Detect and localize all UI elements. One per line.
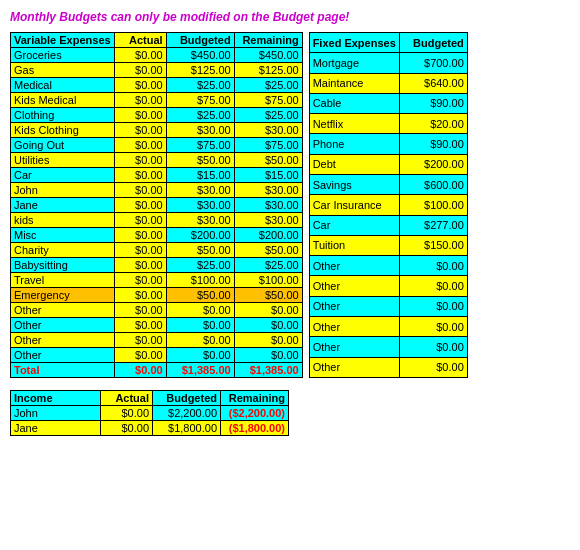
var-row-remaining: $0.00 — [234, 318, 302, 333]
var-row: Gas $0.00 $125.00 $125.00 — [11, 63, 303, 78]
fix-row: Maintance $640.00 — [309, 73, 467, 93]
var-total-row: Total $0.00 $1,385.00 $1,385.00 — [11, 363, 303, 378]
var-row-budgeted: $30.00 — [166, 183, 234, 198]
var-row-remaining: $25.00 — [234, 108, 302, 123]
var-row-actual: $0.00 — [114, 108, 166, 123]
var-row-remaining: $15.00 — [234, 168, 302, 183]
var-row-remaining: $125.00 — [234, 63, 302, 78]
var-header-row: Variable Expenses Actual Budgeted Remain… — [11, 33, 303, 48]
var-row: Medical $0.00 $25.00 $25.00 — [11, 78, 303, 93]
income-table: Income Actual Budgeted Remaining John $0… — [10, 390, 289, 436]
var-row: Groceries $0.00 $450.00 $450.00 — [11, 48, 303, 63]
var-row-remaining: $100.00 — [234, 273, 302, 288]
var-row-name: Other — [11, 318, 115, 333]
var-row-remaining: $75.00 — [234, 138, 302, 153]
var-row-remaining: $50.00 — [234, 153, 302, 168]
inc-row-actual: $0.00 — [101, 406, 153, 421]
fix-row-budgeted: $90.00 — [399, 93, 467, 113]
inc-header-name: Income — [11, 391, 101, 406]
fix-row-budgeted: $20.00 — [399, 114, 467, 134]
fix-header-name: Fixed Expenses — [309, 33, 399, 53]
var-row-name: Babysitting — [11, 258, 115, 273]
var-row-name: Other — [11, 303, 115, 318]
fix-row-budgeted: $0.00 — [399, 276, 467, 296]
fix-row-name: Mortgage — [309, 53, 399, 73]
var-row-budgeted: $450.00 — [166, 48, 234, 63]
income-section: Income Actual Budgeted Remaining John $0… — [10, 390, 570, 436]
var-row-budgeted: $75.00 — [166, 93, 234, 108]
var-row-remaining: $25.00 — [234, 258, 302, 273]
var-row-budgeted: $125.00 — [166, 63, 234, 78]
fix-row: Cable $90.00 — [309, 93, 467, 113]
var-row: Other $0.00 $0.00 $0.00 — [11, 318, 303, 333]
var-row-name: Jane — [11, 198, 115, 213]
inc-header-remaining: Remaining — [221, 391, 289, 406]
fix-row-budgeted: $0.00 — [399, 316, 467, 336]
var-row-name: Groceries — [11, 48, 115, 63]
fix-row: Debt $200.00 — [309, 154, 467, 174]
var-row-remaining: $0.00 — [234, 348, 302, 363]
var-row-actual: $0.00 — [114, 348, 166, 363]
var-row: Car $0.00 $15.00 $15.00 — [11, 168, 303, 183]
fix-row-budgeted: $90.00 — [399, 134, 467, 154]
var-row-remaining: $200.00 — [234, 228, 302, 243]
fix-row-budgeted: $277.00 — [399, 215, 467, 235]
var-row-budgeted: $0.00 — [166, 333, 234, 348]
var-row-actual: $0.00 — [114, 258, 166, 273]
var-row-remaining: $30.00 — [234, 213, 302, 228]
fix-row-budgeted: $0.00 — [399, 296, 467, 316]
fixed-expenses-table: Fixed Expenses Budgeted Mortgage $700.00… — [309, 32, 468, 378]
warning-message: Monthly Budgets can only be modified on … — [10, 10, 570, 24]
variable-expenses-table: Variable Expenses Actual Budgeted Remain… — [10, 32, 303, 378]
var-table-body: Groceries $0.00 $450.00 $450.00 Gas $0.0… — [11, 48, 303, 363]
fix-row-budgeted: $700.00 — [399, 53, 467, 73]
fix-header-row: Fixed Expenses Budgeted — [309, 33, 467, 53]
fix-row-name: Car Insurance — [309, 195, 399, 215]
var-row-name: Kids Medical — [11, 93, 115, 108]
fix-row-budgeted: $150.00 — [399, 235, 467, 255]
var-row: Kids Clothing $0.00 $30.00 $30.00 — [11, 123, 303, 138]
fix-row-name: Maintance — [309, 73, 399, 93]
fix-header-budgeted: Budgeted — [399, 33, 467, 53]
var-row: Jane $0.00 $30.00 $30.00 — [11, 198, 303, 213]
var-row-actual: $0.00 — [114, 273, 166, 288]
fix-row: Other $0.00 — [309, 276, 467, 296]
var-row-actual: $0.00 — [114, 318, 166, 333]
var-row-name: Medical — [11, 78, 115, 93]
var-row-actual: $0.00 — [114, 213, 166, 228]
var-row-name: Gas — [11, 63, 115, 78]
var-row-actual: $0.00 — [114, 153, 166, 168]
var-row-remaining: $30.00 — [234, 123, 302, 138]
var-row-name: Charity — [11, 243, 115, 258]
fix-row: Netflix $20.00 — [309, 114, 467, 134]
var-row-name: John — [11, 183, 115, 198]
var-row-name: kids — [11, 213, 115, 228]
inc-row-budgeted: $1,800.00 — [153, 421, 221, 436]
var-row-name: Clothing — [11, 108, 115, 123]
var-row-actual: $0.00 — [114, 93, 166, 108]
var-row-budgeted: $30.00 — [166, 123, 234, 138]
var-row-budgeted: $200.00 — [166, 228, 234, 243]
var-row-name: Travel — [11, 273, 115, 288]
var-row-budgeted: $25.00 — [166, 108, 234, 123]
var-row-actual: $0.00 — [114, 63, 166, 78]
fix-row-name: Debt — [309, 154, 399, 174]
fix-row-name: Tuition — [309, 235, 399, 255]
fix-row: Phone $90.00 — [309, 134, 467, 154]
var-row-budgeted: $50.00 — [166, 153, 234, 168]
inc-header-actual: Actual — [101, 391, 153, 406]
var-row-remaining: $450.00 — [234, 48, 302, 63]
var-row-budgeted: $15.00 — [166, 168, 234, 183]
inc-header-row: Income Actual Budgeted Remaining — [11, 391, 289, 406]
var-row-name: Other — [11, 348, 115, 363]
var-header-remaining: Remaining — [234, 33, 302, 48]
fix-row-name: Other — [309, 296, 399, 316]
var-row-actual: $0.00 — [114, 198, 166, 213]
fix-row-name: Phone — [309, 134, 399, 154]
var-row-budgeted: $0.00 — [166, 303, 234, 318]
var-row-budgeted: $0.00 — [166, 348, 234, 363]
var-row-remaining: $25.00 — [234, 78, 302, 93]
inc-row-name: Jane — [11, 421, 101, 436]
var-row-budgeted: $75.00 — [166, 138, 234, 153]
fix-row-budgeted: $600.00 — [399, 174, 467, 194]
